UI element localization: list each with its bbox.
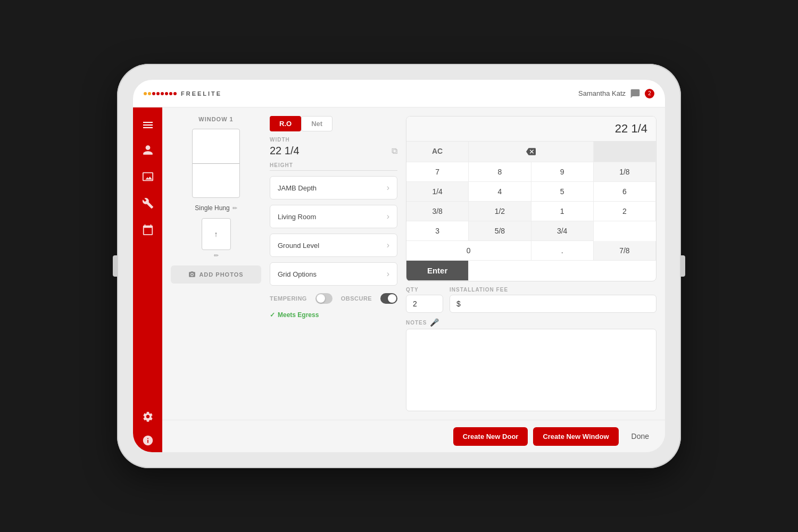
calc-ac-button[interactable]: AC (406, 142, 469, 162)
width-input-row: 22 1/4 ⧉ (270, 145, 397, 157)
calc-7[interactable]: 7 (406, 162, 469, 182)
tempering-toggle[interactable] (315, 293, 332, 304)
calc-8[interactable]: 8 (469, 162, 531, 182)
calc-4[interactable]: 4 (469, 182, 531, 202)
qty-input[interactable]: 2 (406, 295, 443, 313)
window-preview (192, 129, 240, 198)
tablet-right-button (681, 255, 685, 277)
installation-fee-input[interactable]: $ (450, 295, 656, 313)
create-door-button[interactable]: Create New Door (453, 427, 528, 446)
room-dropdown[interactable]: Living Room › (270, 205, 397, 228)
ro-button[interactable]: R.O (270, 116, 301, 131)
window-pane-top (193, 129, 239, 164)
calc-0[interactable]: 0 (406, 241, 531, 261)
notes-group: NOTES 🎤 (406, 318, 656, 411)
sidebar-item-person[interactable] (133, 137, 162, 163)
calc-enter-button[interactable]: Enter (406, 261, 469, 281)
calc-2[interactable]: 2 (594, 202, 656, 221)
sidebar-item-info[interactable] (133, 428, 162, 452)
calc-3[interactable]: 3 (406, 221, 469, 241)
qty-label: QTY (406, 287, 443, 293)
height-input[interactable] (270, 170, 397, 171)
hamburger-icon (143, 122, 153, 128)
calc-3-8[interactable]: 3/8 (406, 202, 469, 221)
obscure-toggle[interactable] (380, 293, 397, 304)
tablet-frame: FREELITE Samantha Katz 2 (117, 64, 681, 468)
room-dropdown-arrow: › (387, 212, 389, 221)
calc-dot[interactable]: . (531, 241, 594, 261)
calc-5-8[interactable]: 5/8 (469, 221, 531, 241)
qty-fee-row: QTY 2 INSTALLATION FEE $ (406, 287, 656, 313)
logo-dot (148, 92, 151, 95)
calc-9[interactable]: 9 (531, 162, 594, 182)
sidebar-item-settings[interactable] (133, 404, 162, 428)
sidebar-menu-button[interactable] (133, 113, 162, 137)
jamb-depth-dropdown[interactable]: JAMB Depth › (270, 176, 397, 200)
window-type-label: Single Hung ✏ (171, 204, 261, 212)
right-column: 22 1/4 AC (406, 116, 656, 411)
header-logo: FREELITE (144, 90, 222, 97)
chat-icon[interactable] (630, 88, 641, 99)
calc-grid: AC 7 8 9 (406, 142, 656, 281)
tablet-left-button (113, 255, 117, 277)
bottom-bar: Create New Door Create New Window Done (162, 420, 665, 452)
sidebar-item-gallery[interactable] (133, 163, 162, 190)
level-dropdown[interactable]: Ground Level › (270, 234, 397, 257)
currency-symbol: $ (456, 300, 461, 308)
calc-1-8[interactable]: 1/8 (594, 162, 656, 182)
backspace-icon (526, 147, 536, 156)
checkmark-icon: ✓ (270, 311, 275, 319)
jamb-dropdown-arrow: › (387, 183, 389, 193)
orientation-edit-icon[interactable]: ✏ (214, 252, 219, 259)
edit-icon[interactable]: ✏ (232, 205, 237, 212)
level-dropdown-arrow: › (387, 240, 389, 250)
logo-text: FREELITE (181, 90, 222, 97)
tempering-knob (317, 294, 325, 303)
calc-6[interactable]: 6 (594, 182, 656, 202)
sidebar-item-calendar[interactable] (133, 217, 162, 243)
done-button[interactable]: Done (624, 427, 656, 446)
sidebar-item-tools[interactable] (133, 190, 162, 217)
grid-options-label: Grid Options (278, 270, 317, 278)
window-pane-bottom (193, 164, 239, 198)
microphone-icon[interactable]: 🎤 (430, 318, 439, 327)
notification-badge: 2 (645, 89, 654, 98)
fee-group: INSTALLATION FEE $ (450, 287, 656, 313)
info-icon (142, 435, 154, 446)
create-window-button[interactable]: Create New Window (533, 427, 618, 446)
logo-dots (144, 92, 177, 95)
calc-1-4[interactable]: 1/4 (406, 182, 469, 202)
calc-backspace-button[interactable] (469, 142, 594, 162)
obscure-label: OBSCURE (341, 295, 372, 302)
logo-dot (169, 92, 172, 95)
window-type-text: Single Hung (195, 204, 229, 212)
jamb-depth-label: JAMB Depth (278, 184, 317, 192)
calc-display: 22 1/4 (406, 117, 656, 142)
width-label: WIDTH (270, 137, 397, 143)
add-photos-button[interactable]: ADD PHOTOS (171, 265, 261, 284)
sidebar (133, 107, 162, 452)
calc-1-2[interactable]: 1/2 (469, 202, 531, 221)
gallery-icon (142, 171, 154, 182)
orientation-box[interactable]: ↑ (202, 218, 231, 250)
calc-1[interactable]: 1 (531, 202, 594, 221)
logo-dot (156, 92, 160, 95)
settings-icon (142, 411, 154, 422)
camera-icon (188, 271, 196, 278)
logo-dot (165, 92, 168, 95)
calc-5[interactable]: 5 (531, 182, 594, 202)
center-column: R.O Net WIDTH 22 1/4 ⧉ HEIGHT (270, 116, 397, 411)
net-button[interactable]: Net (301, 116, 332, 131)
installation-fee-label: INSTALLATION FEE (450, 287, 656, 293)
calc-7-8[interactable]: 7/8 (594, 241, 656, 261)
obscure-knob (388, 294, 396, 303)
level-label: Ground Level (278, 242, 319, 250)
wrench-icon (142, 197, 154, 209)
calc-3-4[interactable]: 3/4 (531, 221, 594, 241)
width-value[interactable]: 22 1/4 (270, 145, 388, 157)
calculator: 22 1/4 AC (406, 116, 656, 281)
grid-options-dropdown[interactable]: Grid Options › (270, 262, 397, 286)
copy-icon[interactable]: ⧉ (392, 146, 397, 156)
logo-dot (173, 92, 177, 95)
notes-textarea[interactable] (406, 329, 656, 411)
